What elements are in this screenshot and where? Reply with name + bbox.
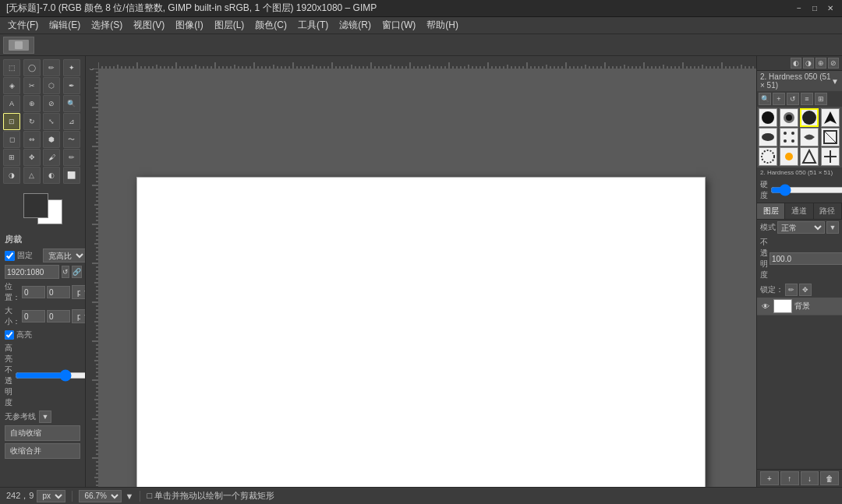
tool-fuzzy-select[interactable]: ✦ — [63, 59, 80, 76]
tool-crop[interactable]: ⊡ — [3, 113, 20, 130]
tool-pencil[interactable]: ✏ — [63, 149, 80, 166]
menubar-item[interactable]: 选择(S) — [87, 17, 127, 33]
brush-item-10[interactable] — [780, 147, 798, 166]
zoom-section: 66.7% ▼ — [79, 490, 133, 502]
pos-unit-dropdown[interactable]: px — [72, 285, 86, 299]
tool-scale[interactable]: ⤡ — [43, 113, 60, 130]
tool-move[interactable]: ✥ — [23, 149, 41, 166]
maximize-button[interactable]: □ — [809, 3, 820, 14]
hardness-slider[interactable] — [770, 185, 842, 195]
menubar-item[interactable]: 帮助(H) — [422, 17, 463, 33]
size-value-input[interactable] — [5, 265, 59, 279]
tab-paths[interactable]: 路径 — [814, 203, 842, 219]
brush-search-btn[interactable]: 🔍 — [759, 93, 771, 105]
brush-item-8[interactable] — [821, 128, 840, 146]
coord-unit-dropdown[interactable]: px — [37, 490, 65, 502]
layer-up-btn[interactable]: ↑ — [780, 471, 799, 485]
panel-icon-2[interactable]: ◑ — [803, 58, 814, 69]
tool-perspective[interactable]: ◻ — [3, 131, 20, 148]
menubar-item[interactable]: 图层(L) — [210, 17, 249, 33]
autoshrink-button[interactable]: 自动收缩 — [5, 425, 80, 441]
tool-free-select[interactable]: ✏ — [43, 59, 60, 76]
tool-airbrush[interactable]: ◑ — [3, 167, 20, 184]
menubar-item[interactable]: 视图(V) — [129, 17, 169, 33]
brush-item-1[interactable] — [759, 108, 777, 127]
foreground-color[interactable] — [23, 193, 48, 218]
brush-item-9[interactable] — [759, 147, 777, 166]
highlight-checkbox[interactable] — [5, 330, 14, 340]
tool-cage[interactable]: ⬢ — [43, 131, 60, 148]
pos-y-input[interactable] — [47, 286, 70, 298]
brush-view-btn[interactable]: ⊞ — [815, 93, 827, 105]
brush-item-6[interactable] — [780, 128, 798, 146]
tool-rect-select[interactable]: ⬚ — [3, 59, 20, 76]
brush-item-7[interactable] — [800, 128, 819, 146]
tool-zoom[interactable]: 🔍 — [63, 95, 80, 112]
brush-item-2[interactable] — [780, 108, 798, 127]
close-button[interactable]: ✕ — [825, 3, 836, 14]
layers-mode-expand[interactable]: ▼ — [826, 221, 839, 234]
lock-pixels-btn[interactable]: ✏ — [785, 284, 798, 296]
merge-button[interactable]: 收缩合并 — [5, 443, 80, 459]
tool-select-by-color[interactable]: ◈ — [3, 77, 20, 94]
tool-paint[interactable]: 🖌 — [43, 149, 60, 166]
menubar-item[interactable]: 工具(T) — [293, 17, 333, 33]
layers-opacity-input[interactable] — [769, 252, 842, 265]
brush-item-3[interactable] — [800, 108, 819, 127]
brush-item-4[interactable] — [821, 108, 840, 127]
canvas-area[interactable] — [86, 56, 756, 487]
layers-mode-dropdown[interactable]: 正常 — [777, 221, 825, 234]
size-chain-btn[interactable]: 🔗 — [72, 266, 82, 278]
panel-icon-3[interactable]: ⊕ — [815, 58, 826, 69]
menubar-item[interactable]: 窗口(W) — [377, 17, 420, 33]
tool-scissors[interactable]: ✂ — [23, 77, 41, 94]
opacity-slider[interactable] — [15, 371, 86, 380]
guide-dropdown-btn[interactable]: ▼ — [39, 411, 51, 423]
tool-paths[interactable]: ✒ — [63, 77, 80, 94]
panel-icon-4[interactable]: ⊘ — [828, 58, 839, 69]
layer-eye-icon[interactable]: 👁 — [760, 301, 771, 312]
brush-item-11[interactable] — [800, 147, 819, 166]
fixed-dropdown[interactable]: 宽高比 — [43, 248, 86, 263]
tool-erase[interactable]: ⬜ — [63, 167, 80, 184]
size-reset-btn[interactable]: ↺ — [62, 266, 69, 278]
brush-menu-btn[interactable]: ≡ — [801, 93, 813, 105]
tool-mypaint[interactable]: ◐ — [43, 167, 60, 184]
tool-ellipse-select[interactable]: ◯ — [23, 59, 41, 76]
lock-position-btn[interactable]: ✥ — [799, 284, 812, 296]
size-h-input[interactable] — [47, 310, 70, 322]
brush-refresh-btn[interactable]: ↺ — [787, 93, 799, 105]
menubar-item[interactable]: 图像(I) — [171, 17, 207, 33]
layer-delete-btn[interactable]: 🗑 — [820, 471, 839, 485]
tool-shear[interactable]: ⊿ — [63, 113, 80, 130]
tool-foreground-select[interactable]: ⬡ — [43, 77, 60, 94]
tool-align[interactable]: ⊞ — [3, 149, 20, 166]
tab-channels[interactable]: 通道 — [785, 203, 813, 219]
menubar-item[interactable]: 文件(F) — [3, 17, 43, 33]
size-w-input[interactable] — [22, 310, 45, 322]
pos-x-input[interactable] — [22, 286, 45, 298]
menubar-item[interactable]: 滤镜(R) — [334, 17, 376, 33]
layer-row-background[interactable]: 👁 背景 — [757, 298, 842, 315]
tool-rotate[interactable]: ↻ — [23, 113, 41, 130]
size-unit-dropdown[interactable]: px — [72, 309, 86, 323]
brush-item-5[interactable] — [759, 128, 777, 146]
minimize-button[interactable]: − — [794, 3, 805, 14]
fixed-checkbox[interactable] — [5, 251, 15, 261]
menubar-item[interactable]: 颜色(C) — [250, 17, 292, 33]
tool-flip[interactable]: ⇔ — [23, 131, 41, 148]
tool-measure[interactable]: ⊕ — [23, 95, 41, 112]
tool-warp[interactable]: 〜 — [63, 131, 80, 148]
layer-down-btn[interactable]: ↓ — [801, 471, 819, 485]
menubar-item[interactable]: 编辑(E) — [44, 17, 85, 33]
panel-icon-1[interactable]: ◐ — [791, 58, 801, 69]
tab-layers[interactable]: 图层 — [757, 203, 785, 219]
tool-ink[interactable]: △ — [23, 167, 41, 184]
layer-new-btn[interactable]: + — [760, 471, 779, 485]
tool-text[interactable]: A — [3, 95, 20, 112]
brush-new-btn[interactable]: + — [773, 93, 785, 105]
zoom-dropdown[interactable]: 66.7% — [79, 490, 122, 502]
brush-item-12[interactable] — [821, 147, 840, 166]
tool-color-picker[interactable]: ⊘ — [43, 95, 60, 112]
canvas-document[interactable] — [136, 177, 706, 487]
